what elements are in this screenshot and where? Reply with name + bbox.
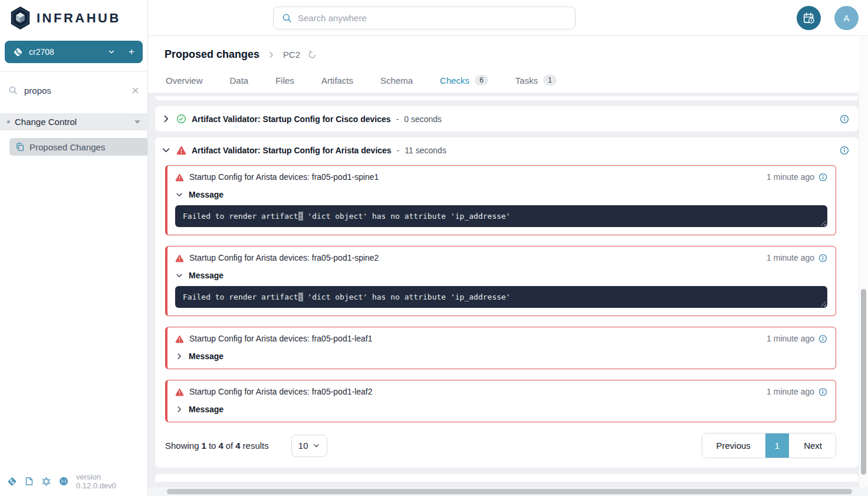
- caret-down-icon: [134, 120, 140, 124]
- next-page-button[interactable]: Next: [790, 433, 836, 458]
- check-circle-icon: [176, 114, 186, 124]
- message-toggle[interactable]: Message: [175, 271, 827, 280]
- partial-card-top: [155, 96, 859, 100]
- app-logo[interactable]: INFRAHUB: [0, 0, 147, 34]
- validator-header[interactable]: Artifact Validator: Startup Config for A…: [155, 137, 859, 163]
- docs-icon[interactable]: [25, 477, 34, 486]
- check-timestamp: 1 minute ago: [767, 253, 814, 262]
- current-page-button[interactable]: 1: [765, 433, 789, 458]
- check-card-leaf2: Startup Config for Arista devices: fra05…: [165, 380, 836, 422]
- message-toggle[interactable]: Message: [175, 352, 827, 361]
- vertical-scrollbar[interactable]: [859, 37, 868, 487]
- sidebar-search-input[interactable]: [24, 86, 125, 96]
- horizontal-scrollbar-thumb[interactable]: [167, 489, 852, 494]
- previous-page-button[interactable]: Previous: [702, 433, 764, 458]
- info-icon[interactable]: [840, 114, 849, 124]
- message-textarea[interactable]: Failed to render artifact: 'dict object'…: [175, 205, 827, 227]
- check-timestamp: 1 minute ago: [767, 387, 814, 396]
- validator-header[interactable]: Artifact Validator: Startup Config for C…: [155, 106, 859, 132]
- infrahub-logo-icon: [9, 6, 31, 30]
- tab-checks[interactable]: Checks 6: [439, 69, 489, 94]
- avatar[interactable]: A: [834, 6, 859, 30]
- check-head: Startup Config for Arista devices: fra05…: [175, 172, 827, 182]
- chevron-right-icon: [175, 352, 183, 360]
- check-timestamp: 1 minute ago: [767, 334, 814, 343]
- page-size-select[interactable]: 10: [291, 435, 327, 457]
- current-branch-label: cr2708: [29, 47, 101, 57]
- tab-schema[interactable]: Schema: [379, 69, 414, 94]
- info-icon[interactable]: [818, 254, 827, 262]
- horizontal-scrollbar[interactable]: [148, 487, 859, 496]
- message-toggle[interactable]: Message: [175, 190, 827, 199]
- branch-icon: [13, 47, 23, 57]
- warning-triangle-icon: [175, 173, 184, 182]
- partial-card-bottom: [155, 474, 859, 482]
- chevron-down-icon: [313, 442, 320, 449]
- vertical-scrollbar-thumb[interactable]: [861, 289, 866, 475]
- tab-artifacts[interactable]: Artifacts: [320, 69, 354, 94]
- message-label: Message: [189, 352, 223, 361]
- branch-diamond-icon[interactable]: [7, 477, 17, 487]
- warning-triangle-icon: [175, 334, 184, 343]
- message-toggle[interactable]: Message: [175, 405, 827, 414]
- info-icon[interactable]: [818, 387, 827, 396]
- check-card-spine1: Startup Config for Arista devices: fra05…: [165, 165, 836, 235]
- graphql-icon[interactable]: [41, 477, 51, 487]
- app-window: INFRAHUB cr2708 +: [0, 0, 868, 496]
- header-actions: A: [797, 6, 859, 30]
- breadcrumb-current: PC2: [283, 50, 300, 60]
- branch-selector[interactable]: cr2708 +: [5, 41, 143, 63]
- info-icon[interactable]: [818, 173, 827, 182]
- info-icon[interactable]: [840, 146, 849, 155]
- warning-triangle-icon: [176, 145, 186, 155]
- chevron-down-icon: [175, 271, 183, 280]
- add-branch-button[interactable]: +: [129, 46, 134, 58]
- global-search-input[interactable]: [298, 13, 567, 23]
- sidebar-item-label: Proposed Changes: [29, 142, 105, 152]
- tab-overview[interactable]: Overview: [165, 69, 204, 94]
- sidebar-group-label: Change Control: [15, 117, 77, 127]
- sidebar-group-change-control[interactable]: Change Control: [0, 113, 147, 130]
- page-size-value: 10: [298, 441, 308, 451]
- resize-handle-icon[interactable]: [820, 219, 826, 226]
- tab-files[interactable]: Files: [274, 69, 295, 94]
- chevron-down-icon: [161, 145, 171, 155]
- bullet-icon: [7, 120, 10, 123]
- chevron-right-icon: [175, 405, 183, 413]
- validator-card-cisco: Artifact Validator: Startup Config for C…: [155, 106, 859, 132]
- proposed-changes-icon: [15, 142, 25, 152]
- pagination: Showing 1 to 4 of 4 results 10: [165, 433, 836, 468]
- tasks-count-badge: 1: [543, 75, 557, 86]
- message-textarea[interactable]: Failed to render artifact: 'dict object'…: [175, 286, 827, 308]
- sidebar-footer: version 0.12.0.dev0: [0, 468, 147, 496]
- sidebar-search: [0, 77, 147, 104]
- check-card-leaf1: Startup Config for Arista devices: fra05…: [165, 327, 836, 369]
- check-card-spine2: Startup Config for Arista devices: fra05…: [165, 246, 836, 316]
- results-summary: Showing 1 to 4 of 4 results: [165, 441, 269, 451]
- main-panel: A Proposed changes PC2 Overview: [148, 0, 868, 496]
- tab-data[interactable]: Data: [229, 69, 250, 94]
- search-icon: [8, 86, 18, 95]
- message-label: Message: [189, 405, 223, 414]
- refresh-icon[interactable]: [308, 50, 317, 59]
- resize-handle-icon[interactable]: [820, 300, 826, 307]
- warning-triangle-icon: [175, 387, 184, 396]
- schedule-button[interactable]: [797, 6, 821, 30]
- text-cursor: :: [298, 212, 303, 221]
- check-timestamp: 1 minute ago: [767, 172, 814, 182]
- check-head: Startup Config for Arista devices: fra05…: [175, 387, 827, 396]
- tab-tasks[interactable]: Tasks 1: [514, 69, 558, 94]
- chevron-down-icon: [175, 190, 183, 199]
- avatar-initial: A: [843, 13, 849, 23]
- info-icon[interactable]: [818, 334, 827, 343]
- scrollbar-corner: [859, 487, 868, 496]
- search-icon: [282, 13, 292, 23]
- chevron-down-icon: [107, 48, 116, 56]
- calendar-clock-icon: [803, 12, 816, 25]
- sidebar-item-proposed-changes[interactable]: Proposed Changes: [9, 138, 147, 156]
- tab-bar: Overview Data Files Artifacts Schema Che…: [148, 69, 868, 94]
- clear-search-icon[interactable]: [131, 87, 139, 94]
- swagger-icon[interactable]: [59, 477, 68, 486]
- top-header: A: [148, 0, 868, 36]
- check-title: Startup Config for Arista devices: fra05…: [189, 172, 379, 182]
